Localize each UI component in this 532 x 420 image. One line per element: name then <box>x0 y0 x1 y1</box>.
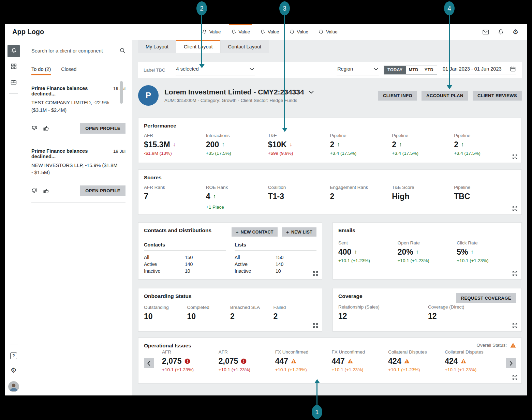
annotation-arrowhead <box>314 379 320 383</box>
rail-dashboard-button[interactable] <box>8 61 20 73</box>
multiselect-dropdown[interactable]: 4 selected <box>176 65 255 75</box>
thumbs-down-icon[interactable] <box>31 125 38 131</box>
row-label: Inactive <box>144 268 185 274</box>
tab-client-layout[interactable]: Client Layout <box>176 40 221 53</box>
metric-failed: Failed 2 <box>274 305 317 321</box>
date-range-picker[interactable]: 01 Jan 2023 - 01 Jun 2023 <box>442 65 516 75</box>
metric-label: Engagement Rank <box>330 185 392 190</box>
group-heading: Contacts <box>144 242 226 251</box>
thumbs-up-icon[interactable] <box>43 125 49 131</box>
search-input[interactable] <box>31 48 120 54</box>
nav-item-value-3[interactable]: Value <box>260 24 279 40</box>
row-value: 150 <box>185 255 226 260</box>
thumbs-down-icon[interactable] <box>31 188 38 194</box>
tab-closed[interactable]: Closed <box>61 66 76 75</box>
user-avatar[interactable] <box>8 381 19 392</box>
metric-op-afr: AFR 2,075 +10.1 (+1.23%) <box>219 349 275 372</box>
expand-icon[interactable] <box>313 323 318 328</box>
contacts-group: Contacts All150 Active140 Inactive10 <box>144 242 226 274</box>
button-label: NEW CONTACT <box>241 230 274 235</box>
search-bar <box>31 48 125 56</box>
metric-label: AFR Rank <box>144 185 206 190</box>
rail-portfolio-button[interactable] <box>8 76 20 89</box>
expand-icon[interactable] <box>512 206 518 211</box>
thumbs-up-icon[interactable] <box>43 188 49 194</box>
metric-label: Sent <box>338 240 398 245</box>
annotation-marker-3: 3 <box>279 1 290 15</box>
request-coverage-button[interactable]: REQUEST COVERAGE <box>456 293 516 303</box>
toggle-mtd[interactable]: MTD <box>406 66 422 74</box>
new-contact-button[interactable]: +NEW CONTACT <box>232 227 278 237</box>
bell-icon <box>231 29 236 34</box>
main-content: My Layout Client Layout Contact Layout L… <box>132 40 527 395</box>
metric-pipeline-score: Pipeline TBC <box>454 185 516 210</box>
metric-change: +10.1 (+1.23%) <box>162 367 219 372</box>
tab-my-layout[interactable]: My Layout <box>138 40 176 53</box>
chevron-down-icon <box>374 66 378 72</box>
metric-value: 424 <box>388 357 401 365</box>
tab-todo[interactable]: To do (2) <box>31 66 51 75</box>
nav-item-value-4[interactable]: Value <box>290 24 309 40</box>
bell-icon[interactable] <box>498 29 504 35</box>
nav-item-value-5[interactable]: Value <box>319 24 338 40</box>
warning-icon <box>461 359 466 363</box>
metric-label: Collateral Disputes <box>445 349 501 355</box>
metric-value: High <box>392 192 409 201</box>
rail-notifications-button[interactable] <box>8 45 20 57</box>
expand-icon[interactable] <box>512 154 518 160</box>
gear-icon[interactable]: ⚙ <box>513 29 518 35</box>
nav-item-value-2[interactable]: Value <box>231 24 250 40</box>
todo-item: Prime Finance balances declined... 19 Ju… <box>31 82 125 140</box>
client-info-button[interactable]: CLIENT INFO <box>378 91 417 101</box>
rail-divider <box>9 93 18 94</box>
metric-value: 2 <box>330 140 334 149</box>
toggle-ytd[interactable]: YTD <box>422 66 437 74</box>
carousel-prev-button[interactable] <box>144 358 154 368</box>
nav-item-label: Value <box>297 29 309 34</box>
trend-up-icon: ↑ <box>416 249 419 255</box>
expand-icon[interactable] <box>512 271 518 276</box>
region-dropdown[interactable]: Region <box>337 65 379 75</box>
gear-icon[interactable]: ⚙ <box>11 367 17 374</box>
annotation-marker-2: 2 <box>196 1 207 15</box>
card-title: Performance <box>144 123 516 129</box>
sidebar-scrollbar[interactable] <box>120 81 123 104</box>
open-profile-button[interactable]: OPEN PROFILE <box>80 185 125 196</box>
metric-value: 2 <box>330 192 334 201</box>
metric-collateral-disputes: Collateral Disputes 424 +10.1 (+1.23%) <box>445 349 501 372</box>
metric-coverage-direct: Coverage (Direct) 12 <box>428 304 516 320</box>
new-list-button[interactable]: +NEW LIST <box>282 227 316 237</box>
client-reviews-button[interactable]: CLIENT REVIEWS <box>473 91 522 101</box>
expand-icon[interactable] <box>313 271 318 276</box>
row-value: 10 <box>185 268 226 274</box>
account-plan-button[interactable]: ACCOUNT PLAN <box>422 91 468 101</box>
app-logo: App Logo <box>12 28 44 36</box>
help-icon[interactable]: ? <box>10 352 17 359</box>
nav-item-value-1[interactable]: Value <box>202 24 221 40</box>
search-icon[interactable] <box>120 48 125 54</box>
nav-item-label: Value <box>239 29 250 34</box>
metric-value: 10 <box>144 312 153 321</box>
open-profile-button[interactable]: OPEN PROFILE <box>80 123 125 134</box>
metric-tne-score: T&E Score High <box>392 185 454 210</box>
trend-up-icon: ↑ <box>337 141 340 148</box>
carousel-next-button[interactable] <box>506 358 516 368</box>
table-row: Active140 <box>144 261 226 268</box>
row-value: 140 <box>185 261 226 267</box>
metric-engagement-rank: Engagement Rank 2 <box>330 185 392 210</box>
expand-icon[interactable] <box>512 323 518 328</box>
warning-icon <box>291 359 296 363</box>
expand-icon[interactable] <box>512 375 518 380</box>
metric-collateral-disputes: Collateral Disputes 424 +10.1 (+1.23%) <box>388 349 445 372</box>
metric-fx-unconfirmed: FX Unconfirmed 447 +10.1 (+1.23%) <box>331 349 388 372</box>
tab-contact-layout[interactable]: Contact Layout <box>221 40 269 53</box>
mail-icon[interactable] <box>483 29 489 35</box>
annotation-arrow-line <box>284 15 285 128</box>
toggle-today[interactable]: TODAY <box>384 66 405 74</box>
date-range-value: 01 Jan 2023 - 01 Jun 2023 <box>443 66 502 72</box>
todo-date: 19 Jul <box>113 86 125 91</box>
chevron-down-icon[interactable] <box>309 89 314 95</box>
emails-card: Emails Sent 400↑ +10.1 (+1.23%) Open Rat… <box>332 222 522 280</box>
nav-item-label: Value <box>326 29 338 34</box>
metric-value: 12 <box>338 312 347 320</box>
